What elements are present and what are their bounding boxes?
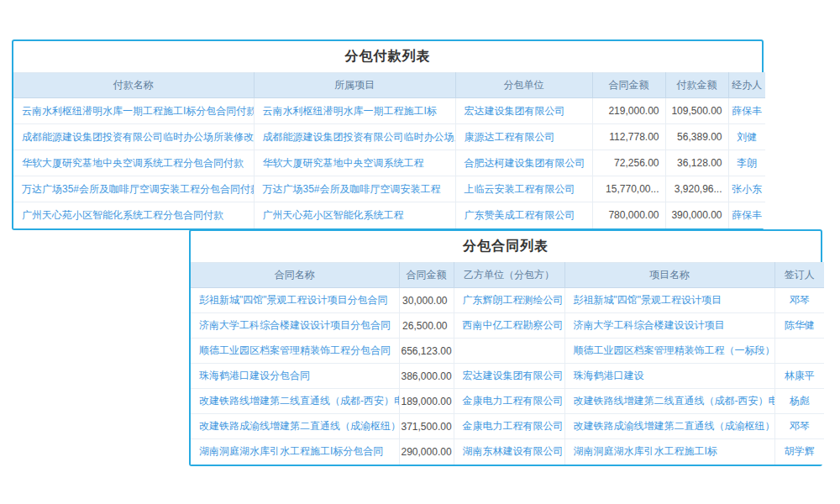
cell-link[interactable]: 济南大学工科综合楼建设设计项目分包合同 [191,313,399,339]
cell-text: 656,123.00 [399,339,454,364]
cell-link[interactable]: 康源达工程有限公司 [455,124,592,150]
cell-text: 290,000.00 [399,439,454,465]
cell-link[interactable]: 彭祖新城"四馆"景观工程设计项目分包合同 [191,288,399,313]
cell-text: 36,128.00 [665,150,728,176]
cell-link[interactable]: 改建铁路线增建第二线直通线（成都-西安）电力线... [191,389,399,414]
header-cell: 合同金额 [399,263,454,288]
cell-link[interactable]: 万达广场35#会所及咖啡厅空调安装工程分包合同付款 [13,176,254,202]
cell-link[interactable]: 顺德工业园区档案管理精装饰工程（一标段） [564,339,774,364]
contract-list-title: 分包合同列表 [191,231,821,262]
header-cell: 签订人 [774,263,824,288]
header-cell: 付款金额 [665,73,728,98]
cell-link[interactable]: 济南大学工科综合楼建设设计项目 [564,313,774,339]
table-row: 济南大学工科综合楼建设设计项目分包合同26,500.00西南中亿工程勘察公司济南… [191,313,824,339]
header-cell: 分包单位 [455,73,592,98]
cell-link[interactable]: 林康平 [774,364,824,389]
header-cell: 合同名称 [191,263,399,288]
cell-text: 30,000.00 [399,288,454,313]
cell-link[interactable]: 湖南洞庭湖水库引水工程施工I标 [564,439,774,465]
cell-link[interactable]: 万达广场35#会所及咖啡厅空调安装工程 [254,176,455,202]
cell-link[interactable]: 珠海鹤港口建设 [564,364,774,389]
cell-link[interactable]: 云南水利枢纽潜明水库一期工程施工I标 [254,98,455,124]
cell-link[interactable]: 华软大厦研究基地中央空调系统工程分包合同付款 [13,150,254,176]
cell-text: 72,256.00 [592,150,665,176]
table-row: 顺德工业园区档案管理精装饰工程分包合同656,123.00顺德工业园区档案管理精… [191,339,824,364]
cell-link[interactable]: 改建铁路成渝线增建第二直通线（成渝枢纽）电力... [564,414,774,439]
cell-link[interactable]: 刘健 [728,124,765,150]
header-cell: 项目名称 [564,263,774,288]
contract-table: 合同名称合同金额乙方单位（分包方）项目名称签订人 彭祖新城"四馆"景观工程设计项… [191,262,824,465]
cell-link[interactable]: 李朗 [728,150,765,176]
cell-link[interactable]: 湖南洞庭湖水库引水工程施工I标分包合同 [191,439,399,465]
cell-link[interactable]: 广东辉朗工程测绘公司 [454,288,564,313]
payment-list-title: 分包付款列表 [13,41,762,72]
cell-link[interactable]: 广州天心苑小区智能化系统工程分包合同付款 [13,202,254,228]
cell-text: 112,778.00 [592,124,665,150]
payment-table: 付款名称所属项目分包单位合同金额付款金额经办人 云南水利枢纽潜明水库一期工程施工… [13,72,765,228]
cell-text: 386,000.00 [399,364,454,389]
contract-table-header-row: 合同名称合同金额乙方单位（分包方）项目名称签订人 [191,263,824,288]
cell-link[interactable]: 改建铁路线增建第二线直通线（成都-西安）电力线... [564,389,774,414]
cell-link[interactable]: 华软大厦研究基地中央空调系统工程 [254,150,455,176]
header-cell: 合同金额 [592,73,665,98]
table-row: 改建铁路线增建第二线直通线（成都-西安）电力线...189,000.00金康电力… [191,389,824,414]
cell-link[interactable]: 彭祖新城"四馆"景观工程设计项目 [564,288,774,313]
cell-text: 26,500.00 [399,313,454,339]
cell-text: 371,500.00 [399,414,454,439]
cell-link[interactable]: 广东赞美成工程有限公司 [455,202,592,228]
payment-list-panel: 分包付款列表 付款名称所属项目分包单位合同金额付款金额经办人 云南水利枢纽潜明水… [12,39,764,230]
cell-text: 219,000.00 [592,98,665,124]
cell-text: 15,770,00... [592,176,665,202]
cell-text [774,339,824,364]
cell-link[interactable]: 改建铁路成渝线增建第二直通线（成渝枢纽）电力... [191,414,399,439]
cell-text: 109,500.00 [665,98,728,124]
contract-table-body: 彭祖新城"四馆"景观工程设计项目分包合同30,000.00广东辉朗工程测绘公司彭… [191,288,824,465]
cell-link[interactable]: 成都能源建设集团投资有限公司临时办公场所装修改造... [13,124,254,150]
cell-link[interactable]: 合肥达柯建设集团有限公司 [455,150,592,176]
cell-link[interactable]: 杨彪 [774,389,824,414]
header-cell: 乙方单位（分包方） [454,263,564,288]
cell-link[interactable]: 宏达建设集团有限公司 [455,98,592,124]
cell-link[interactable]: 上临云安装工程有限公司 [455,176,592,202]
table-row: 成都能源建设集团投资有限公司临时办公场所装修改造...成都能源建设集团投资有限公… [13,124,765,150]
cell-text: 189,000.00 [399,389,454,414]
cell-link[interactable]: 金康电力工程有限公司 [454,389,564,414]
cell-link[interactable]: 广州天心苑小区智能化系统工程 [254,202,455,228]
table-row: 彭祖新城"四馆"景观工程设计项目分包合同30,000.00广东辉朗工程测绘公司彭… [191,288,824,313]
cell-link[interactable]: 陈华健 [774,313,824,339]
cell-link[interactable]: 薛保丰 [728,98,765,124]
cell-link[interactable]: 金康电力工程有限公司 [454,414,564,439]
cell-link[interactable]: 云南水利枢纽潜明水库一期工程施工I标分包合同付款 [13,98,254,124]
table-row: 广州天心苑小区智能化系统工程分包合同付款广州天心苑小区智能化系统工程广东赞美成工… [13,202,765,228]
header-cell: 付款名称 [13,73,254,98]
cell-link[interactable]: 邓琴 [774,414,824,439]
header-cell: 所属项目 [254,73,455,98]
cell-text: 3,920,96... [665,176,728,202]
cell-link[interactable]: 宏达建设集团有限公司 [454,364,564,389]
cell-link[interactable]: 邓琴 [774,288,824,313]
cell-text: 780,000.00 [592,202,665,228]
payment-table-header-row: 付款名称所属项目分包单位合同金额付款金额经办人 [13,73,765,98]
table-row: 湖南洞庭湖水库引水工程施工I标分包合同290,000.00湖南东林建设有限公司湖… [191,439,824,465]
table-row: 改建铁路成渝线增建第二直通线（成渝枢纽）电力...371,500.00金康电力工… [191,414,824,439]
table-row: 华软大厦研究基地中央空调系统工程分包合同付款华软大厦研究基地中央空调系统工程合肥… [13,150,765,176]
payment-table-body: 云南水利枢纽潜明水库一期工程施工I标分包合同付款云南水利枢纽潜明水库一期工程施工… [13,98,765,228]
cell-link[interactable]: 顺德工业园区档案管理精装饰工程分包合同 [191,339,399,364]
cell-link[interactable]: 西南中亿工程勘察公司 [454,313,564,339]
cell-link[interactable]: 珠海鹤港口建设分包合同 [191,364,399,389]
cell-link[interactable]: 湖南东林建设有限公司 [454,439,564,465]
table-row: 万达广场35#会所及咖啡厅空调安装工程分包合同付款万达广场35#会所及咖啡厅空调… [13,176,765,202]
header-cell: 经办人 [728,73,765,98]
cell-text [454,339,564,364]
cell-text: 56,389.00 [665,124,728,150]
table-row: 珠海鹤港口建设分包合同386,000.00宏达建设集团有限公司珠海鹤港口建设林康… [191,364,824,389]
cell-link[interactable]: 成都能源建设集团投资有限公司临时办公场所... [254,124,455,150]
cell-link[interactable]: 薛保丰 [728,202,765,228]
cell-link[interactable]: 胡学辉 [774,439,824,465]
cell-link[interactable]: 张小东 [728,176,765,202]
table-row: 云南水利枢纽潜明水库一期工程施工I标分包合同付款云南水利枢纽潜明水库一期工程施工… [13,98,765,124]
contract-list-panel: 分包合同列表 合同名称合同金额乙方单位（分包方）项目名称签订人 彭祖新城"四馆"… [189,229,822,466]
cell-text: 390,000.00 [665,202,728,228]
